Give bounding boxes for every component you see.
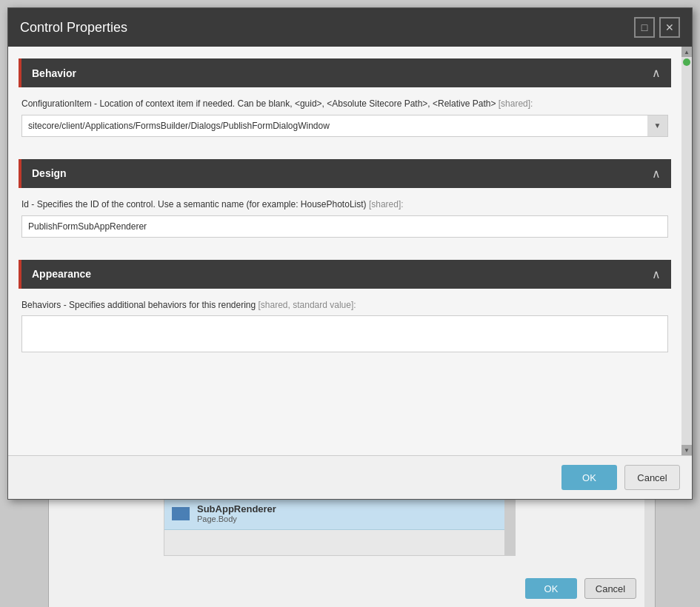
dialog-inner: Behavior ∧ ConfigurationItem - Location … [8, 47, 692, 455]
bg-panel-title: SubAppRenderer [197, 503, 276, 514]
design-section-title: Design [32, 167, 67, 179]
behavior-section: Behavior ∧ ConfigurationItem - Location … [19, 58, 671, 147]
bg-cancel-button[interactable]: Cancel [584, 578, 636, 599]
behavior-section-title: Behavior [32, 67, 76, 79]
dialog-footer: OK Cancel [8, 455, 692, 499]
maximize-button[interactable]: □ [634, 17, 655, 38]
behavior-toggle[interactable]: ∧ [652, 66, 661, 80]
dialog-title: Control Properties [20, 20, 127, 36]
dialog-content: ▲ Behavior ∧ ConfigurationItem - Locatio… [8, 47, 692, 455]
id-field-input[interactable] [21, 215, 668, 238]
scroll-down-arrow[interactable]: ▼ [681, 445, 692, 455]
scroll-up-arrow[interactable]: ▲ [681, 47, 692, 57]
appearance-section-title: Appearance [32, 268, 91, 280]
content-scrollbar[interactable]: ▲ [681, 47, 692, 455]
id-field-label: Id - Specifies the ID of the control. Us… [21, 198, 668, 211]
design-section-header: Design ∧ [19, 159, 671, 188]
control-properties-dialog: Control Properties □ ✕ ▲ Behavior ∧ Conf… [7, 7, 693, 500]
bg-panel-item: SubAppRenderer Page.Body [164, 497, 515, 530]
title-controls: □ ✕ [634, 17, 680, 38]
bg-panel-subtitle: Page.Body [197, 514, 276, 523]
behavior-section-body: ConfigurationItem - Location of context … [19, 87, 671, 147]
behavior-section-header: Behavior ∧ [19, 58, 671, 87]
behaviors-field-label: Behaviors - Specifies additional behavio… [21, 299, 668, 312]
appearance-section: Appearance ∧ Behaviors - Specifies addit… [19, 260, 671, 363]
background-panel: Control Property Definitions SubAppRende… [48, 481, 656, 607]
behaviors-field-input[interactable] [21, 315, 668, 352]
design-section-body: Id - Specifies the ID of the control. Us… [19, 188, 671, 248]
bg-scrollbar[interactable] [644, 482, 655, 607]
config-item-label: ConfigurationItem - Location of context … [21, 98, 668, 110]
bg-panel-text: SubAppRenderer Page.Body [197, 503, 276, 523]
config-item-dropdown-wrapper: sitecore/client/Applications/FormsBuilde… [21, 115, 668, 137]
ok-button[interactable]: OK [561, 465, 617, 490]
bg-ok-button[interactable]: OK [525, 578, 577, 599]
sub-app-renderer-icon [172, 507, 190, 520]
appearance-toggle[interactable]: ∧ [652, 267, 661, 281]
title-bar: Control Properties □ ✕ [8, 8, 692, 47]
bottom-scroll-area [19, 363, 671, 373]
close-button[interactable]: ✕ [659, 17, 680, 38]
scroll-indicator [683, 58, 690, 66]
design-section: Design ∧ Id - Specifies the ID of the co… [19, 159, 671, 248]
appearance-section-body: Behaviors - Specifies additional behavio… [19, 289, 671, 363]
bg-panel-scrollbar [504, 497, 515, 555]
appearance-section-header: Appearance ∧ [19, 260, 671, 289]
cancel-button[interactable]: Cancel [624, 465, 680, 490]
bg-panel-inner: SubAppRenderer Page.Body [164, 497, 516, 556]
design-toggle[interactable]: ∧ [652, 167, 661, 181]
config-item-dropdown[interactable]: sitecore/client/Applications/FormsBuilde… [21, 115, 668, 137]
